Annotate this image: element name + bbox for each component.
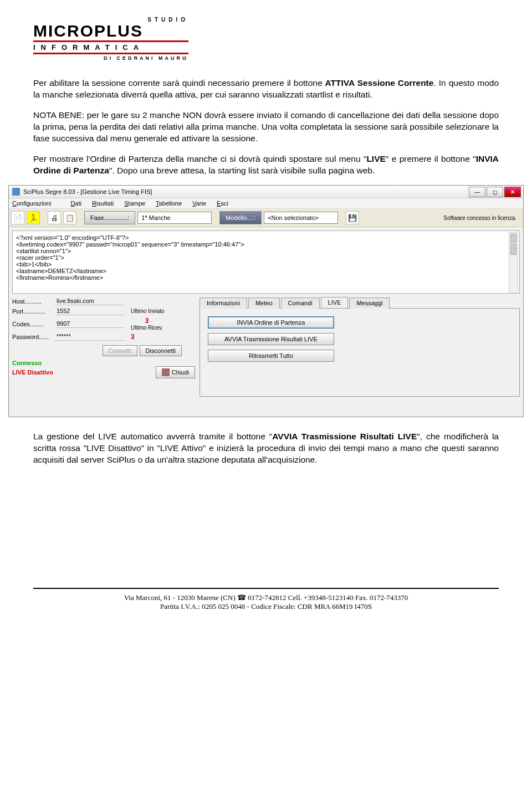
toolbar-icon-4[interactable]: 📋 — [63, 211, 76, 224]
toolbar-icon-1[interactable]: 📄 — [11, 211, 24, 224]
modello-value: <Non selezionato> — [264, 212, 338, 224]
toolbar: 📄 🏃 🖨 📋 Fase..............: 1ª Manche Mo… — [9, 209, 523, 227]
ultimo-inviato-label: Ultimo Inviato — [131, 308, 165, 314]
menu-esci[interactable]: Esci — [217, 200, 228, 207]
logo-name: MICROPLUS — [33, 23, 188, 39]
codex-label: Codex........ — [12, 321, 55, 327]
ritrasmetti-button[interactable]: Ritrasmetti Tutto — [208, 350, 334, 362]
minimize-button[interactable]: — — [469, 187, 485, 197]
app-icon — [12, 188, 20, 196]
ultimo-ricev-num: 3 — [131, 333, 135, 341]
disconnetti-button[interactable]: Disconnetti — [140, 345, 182, 356]
password-label: Password...... — [12, 334, 55, 340]
logo-cedrani: DI CEDRANI MAURO — [33, 55, 188, 61]
ultimo-inviato-num: 3 — [131, 317, 163, 325]
menu-risultati[interactable]: Risultati — [92, 200, 114, 207]
logo-informatica: INFORMATICA — [33, 43, 188, 52]
xml-textarea[interactable]: <?xml version="1.0" encoding="UTF-8"?> <… — [12, 230, 520, 294]
invia-ordine-button[interactable]: INVIA Ordine di Partenza — [208, 316, 334, 329]
status-connesso: Connesso — [12, 360, 195, 366]
status-live-disattivo: LIVE Disattivo — [12, 369, 53, 376]
phone-icon: ☎ — [237, 593, 246, 602]
tab-meteo[interactable]: Meteo — [248, 298, 280, 309]
exit-icon — [162, 368, 170, 376]
menu-bar: Configurazioni Dati Risultati Stampe Tab… — [9, 198, 523, 209]
port-label: Port............. — [12, 308, 55, 315]
avvia-trasmissione-button[interactable]: AVVIA Trasmissione Risultati LIVE — [208, 333, 334, 345]
maximize-button[interactable]: ◻ — [487, 187, 503, 197]
paragraph-3: Per mostrare l'Ordine di Partenza della … — [33, 153, 499, 177]
tab-messaggi[interactable]: Messaggi — [349, 298, 390, 309]
tab-informazioni[interactable]: Informazioni — [200, 298, 247, 309]
menu-stampe[interactable]: Stampe — [124, 200, 145, 207]
paragraph-4: La gestione del LIVE automatico avverrà … — [33, 431, 499, 466]
logo: STUDIO MICROPLUS INFORMATICA DI CEDRANI … — [33, 17, 188, 61]
menu-configurazioni[interactable]: Configurazioni — [12, 200, 60, 207]
app-window: SciPlus Segre 8.03 - [Gestione Live Timi… — [8, 185, 524, 417]
fase-value: 1ª Manche — [137, 212, 212, 224]
close-button[interactable]: ✕ — [504, 187, 521, 197]
tab-live[interactable]: LIVE — [321, 297, 349, 308]
toolbar-icon-5[interactable]: 💾 — [346, 211, 359, 224]
menu-varie[interactable]: Varie — [192, 200, 206, 207]
toolbar-icon-3[interactable]: 🖨 — [48, 211, 61, 224]
title-bar: SciPlus Segre 8.03 - [Gestione Live Timi… — [9, 186, 523, 198]
connection-panel: Host.......... Port............. Ultimo … — [12, 297, 195, 378]
paragraph-1: Per abilitare la sessione corrente sarà … — [33, 78, 499, 101]
connetti-button[interactable]: Connetti — [103, 345, 137, 356]
license-text: Software concesso in licenza. — [443, 215, 521, 221]
menu-dati[interactable]: Dati — [70, 200, 81, 207]
paragraph-2: NOTA BENE: per le gare su 2 manche NON d… — [33, 110, 499, 145]
footer: Via Marconi, 61 - 12030 Marene (CN) ☎ 01… — [33, 588, 499, 611]
host-label: Host.......... — [12, 298, 55, 305]
modello-button[interactable]: Modello....: — [219, 211, 262, 224]
tab-panel: Informazioni Meteo Comandi LIVE Messaggi… — [200, 297, 520, 397]
scrollbar[interactable] — [509, 232, 518, 292]
host-input[interactable] — [55, 297, 124, 305]
password-input[interactable] — [55, 332, 124, 341]
codex-input[interactable] — [55, 320, 124, 328]
toolbar-icon-2[interactable]: 🏃 — [27, 211, 40, 224]
fase-button[interactable]: Fase..............: — [84, 211, 135, 224]
window-title: SciPlus Segre 8.03 - [Gestione Live Timi… — [23, 188, 152, 195]
ultimo-ricev-label: Ultimo Ricev. — [131, 325, 163, 331]
menu-tabellone[interactable]: Tabellone — [156, 200, 182, 207]
tab-comandi[interactable]: Comandi — [281, 298, 320, 309]
chiudi-button[interactable]: Chiudi — [156, 366, 195, 378]
port-input[interactable] — [55, 307, 124, 315]
